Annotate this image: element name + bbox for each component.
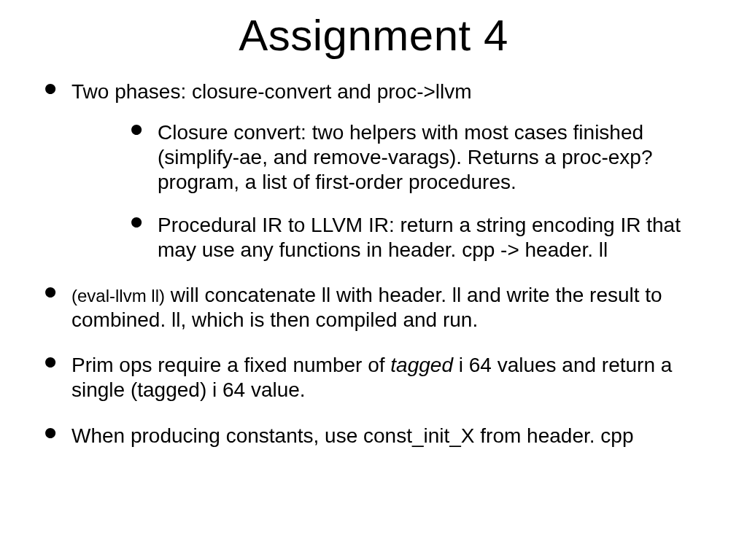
bullet-text: Two phases: closure-convert and proc->ll… xyxy=(71,80,472,103)
constants-text: When producing constants, use const_init… xyxy=(71,424,633,447)
slide-container: Assignment 4 Two phases: closure-convert… xyxy=(0,10,747,560)
bullet-two-phases: Two phases: closure-convert and proc->ll… xyxy=(44,79,718,262)
sub-bullet-closure-convert: Closure convert: two helpers with most c… xyxy=(130,120,718,195)
prim-ops-before: Prim ops require a fixed number of xyxy=(71,354,390,376)
sub-bullet-list: Closure convert: two helpers with most c… xyxy=(71,120,718,262)
bullet-list: Two phases: closure-convert and proc->ll… xyxy=(22,79,725,448)
sub-bullet-procedural-ir: Procedural IR to LLVM IR: return a strin… xyxy=(130,213,718,262)
bullet-prim-ops: Prim ops require a fixed number of tagge… xyxy=(44,353,718,402)
slide-title: Assignment 4 xyxy=(22,10,725,61)
bullet-constants: When producing constants, use const_init… xyxy=(44,424,718,448)
sub-bullet-text: Closure convert: two helpers with most c… xyxy=(158,121,652,193)
bullet-eval-llvm: (eval-llvm ll) will concatenate ll with … xyxy=(44,283,718,332)
prim-ops-italic: tagged xyxy=(390,354,453,376)
eval-llvm-code: (eval-llvm ll) xyxy=(71,286,165,306)
sub-bullet-text: Procedural IR to LLVM IR: return a strin… xyxy=(158,214,681,261)
